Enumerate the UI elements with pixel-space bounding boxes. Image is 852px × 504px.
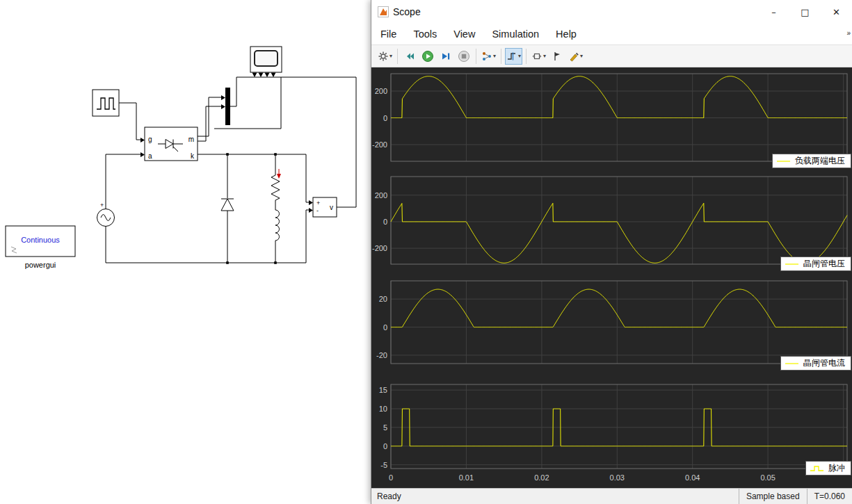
source-plus-label: + bbox=[100, 202, 104, 209]
diode-symbol-icon bbox=[221, 199, 234, 211]
subplot-pulse[interactable]: -505101500.010.020.030.040.05 脉冲 bbox=[371, 384, 852, 485]
vmeter-minus-label: - bbox=[316, 207, 319, 214]
resistor-icon bbox=[271, 175, 280, 202]
status-text: Ready bbox=[371, 491, 739, 501]
chart-axes[interactable]: -2000200 bbox=[371, 73, 852, 162]
stop-icon bbox=[458, 50, 470, 63]
current-arrow-icon bbox=[277, 169, 281, 179]
inductor-icon bbox=[275, 210, 280, 241]
maximize-button[interactable]: □ bbox=[789, 0, 821, 24]
thyristor-port-g: g bbox=[148, 136, 152, 143]
axes-scale-icon bbox=[531, 51, 542, 62]
statusbar: Ready Sample based T=0.060 bbox=[371, 488, 852, 504]
signal-selector-button[interactable]: ▾ bbox=[480, 48, 497, 65]
step-back-button[interactable] bbox=[401, 48, 418, 65]
step-back-icon bbox=[404, 51, 415, 62]
menubar-overflow-icon[interactable]: » bbox=[846, 29, 851, 37]
step-forward-button[interactable] bbox=[437, 48, 454, 65]
svg-text:-5: -5 bbox=[380, 461, 387, 469]
svg-text:10: 10 bbox=[379, 405, 387, 413]
thyristor-port-m: m bbox=[188, 136, 194, 143]
scope-plot-area[interactable]: -2000200 负载两端电压 -2000200 晶闸管电压 -20020 晶闸… bbox=[371, 67, 852, 488]
signal-selector-icon bbox=[481, 51, 492, 62]
menubar: File Tools View Simulation Help » bbox=[371, 24, 852, 44]
legend-label: 脉冲 bbox=[828, 462, 845, 474]
svg-text:20: 20 bbox=[379, 295, 387, 303]
subplot-thyristor-current[interactable]: -20020 晶闸管电流 bbox=[371, 280, 852, 364]
svg-text:0.01: 0.01 bbox=[459, 473, 474, 482]
powergui-mode-label: Continuous bbox=[21, 236, 60, 244]
svg-text:200: 200 bbox=[375, 191, 387, 200]
toolbar-separator bbox=[476, 49, 476, 64]
cursor-measurements-button[interactable] bbox=[549, 48, 565, 65]
subplot-load-voltage[interactable]: -2000200 负载两端电压 bbox=[371, 73, 852, 162]
legend-load-voltage: 负载两端电压 bbox=[772, 154, 851, 168]
svg-text:15: 15 bbox=[379, 386, 387, 394]
toolbar-separator bbox=[501, 49, 501, 64]
legend-thyristor-voltage: 晶闸管电压 bbox=[780, 257, 851, 271]
legend-pulse: 脉冲 bbox=[805, 461, 851, 475]
highlight-button[interactable]: ▾ bbox=[567, 48, 584, 65]
trigger-button[interactable]: ▾ bbox=[505, 48, 522, 65]
legend-line-sample-icon bbox=[785, 261, 800, 268]
toolbar-separator bbox=[397, 49, 398, 64]
legend-label: 负载两端电压 bbox=[795, 155, 845, 167]
menu-simulation[interactable]: Simulation bbox=[492, 29, 539, 40]
signal-wires[interactable] bbox=[106, 77, 356, 263]
dropdown-caret-icon: ▾ bbox=[580, 53, 583, 59]
scope-block[interactable] bbox=[250, 47, 282, 77]
voltage-measurement-block[interactable]: + - v bbox=[313, 197, 337, 217]
settings-gear-button[interactable]: ▾ bbox=[376, 48, 394, 65]
minimize-button[interactable]: – bbox=[758, 0, 789, 24]
window-title: Scope bbox=[393, 6, 421, 17]
menu-help[interactable]: Help bbox=[556, 29, 577, 40]
chart-axes[interactable]: -20020 bbox=[371, 280, 852, 364]
vmeter-plus-label: + bbox=[316, 200, 320, 206]
thyristor-block[interactable]: g m a k bbox=[145, 127, 198, 161]
dropdown-caret-icon: ▾ bbox=[518, 53, 521, 59]
rl-branch-block[interactable] bbox=[271, 169, 281, 241]
close-button[interactable]: ✕ bbox=[821, 0, 852, 24]
powergui-block[interactable]: Continuous powergui bbox=[6, 226, 75, 269]
legend-line-sample-icon bbox=[785, 360, 800, 367]
legend-thyristor-current: 晶闸管电流 bbox=[780, 356, 851, 371]
dropdown-caret-icon: ▾ bbox=[543, 53, 546, 59]
demux-block[interactable] bbox=[225, 88, 230, 125]
chart-axes[interactable]: -505101500.010.020.030.040.05 bbox=[371, 384, 852, 485]
legend-step-sample-icon bbox=[810, 465, 825, 472]
run-button[interactable] bbox=[419, 48, 436, 65]
svg-text:-200: -200 bbox=[372, 140, 387, 149]
menu-file[interactable]: File bbox=[380, 29, 396, 40]
scope-screen-icon bbox=[255, 51, 278, 66]
svg-text:0: 0 bbox=[383, 114, 387, 122]
svg-text:0.02: 0.02 bbox=[534, 473, 549, 482]
svg-text:0: 0 bbox=[383, 218, 387, 226]
step-forward-icon bbox=[440, 51, 451, 62]
axes-scale-button[interactable]: ▾ bbox=[530, 48, 547, 65]
dropdown-caret-icon: ▾ bbox=[493, 53, 496, 59]
chart-axes[interactable]: -2000200 bbox=[371, 176, 852, 265]
model-canvas[interactable]: g m a k + bbox=[0, 0, 371, 504]
menu-tools[interactable]: Tools bbox=[413, 29, 437, 40]
highlight-pen-icon bbox=[568, 51, 579, 62]
legend-label: 晶闸管电压 bbox=[803, 258, 845, 270]
titlebar[interactable]: Scope – □ ✕ bbox=[371, 0, 852, 24]
menu-view[interactable]: View bbox=[453, 29, 475, 40]
svg-text:200: 200 bbox=[375, 87, 387, 95]
legend-line-sample-icon bbox=[776, 158, 791, 165]
pulse-generator-block[interactable] bbox=[93, 90, 119, 116]
svg-text:0: 0 bbox=[383, 442, 387, 450]
scope-window: Scope – □ ✕ File Tools View Simulation H… bbox=[371, 0, 852, 504]
subplot-thyristor-voltage[interactable]: -2000200 晶闸管电压 bbox=[371, 176, 852, 265]
diode-block[interactable] bbox=[221, 199, 234, 211]
cursor-measurements-icon bbox=[552, 51, 563, 62]
trigger-icon bbox=[506, 51, 517, 62]
scope-toolbar: ▾ ▾ ▾ bbox=[371, 44, 852, 67]
run-icon bbox=[421, 50, 434, 63]
svg-text:0: 0 bbox=[383, 323, 387, 332]
svg-text:0.04: 0.04 bbox=[685, 473, 700, 482]
stop-button[interactable] bbox=[456, 48, 472, 65]
status-time: T=0.060 bbox=[807, 489, 852, 504]
scope-window-icon bbox=[378, 6, 389, 17]
model-diagram[interactable]: g m a k + bbox=[0, 0, 371, 504]
